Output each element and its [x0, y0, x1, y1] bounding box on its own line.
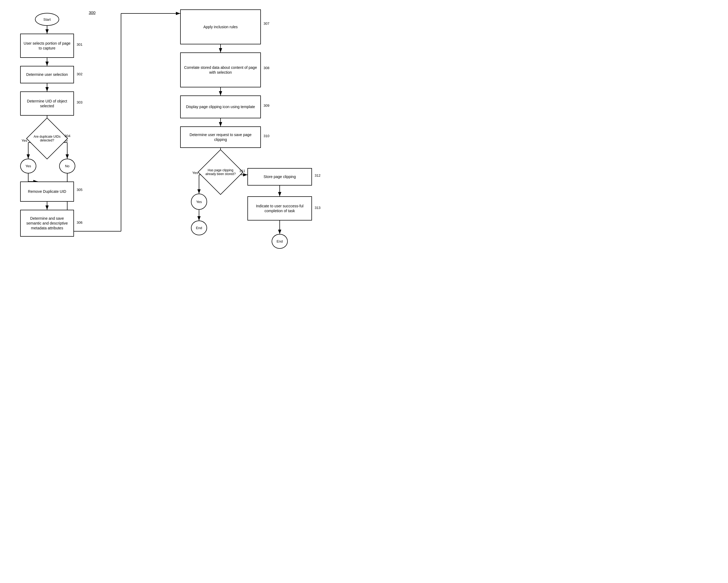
- node-311: Has page clipping already been stored?: [204, 156, 237, 188]
- yes1-node: Yes: [20, 159, 36, 174]
- ref-309: 309: [264, 104, 269, 108]
- node-301: User selects portion of page to capture: [20, 34, 74, 58]
- ref-310: 310: [264, 134, 269, 138]
- node-302: Determine user selection: [20, 66, 74, 83]
- diagram-title: 300: [89, 10, 96, 15]
- ref-313: 313: [315, 206, 320, 210]
- no1-node: No: [59, 159, 75, 174]
- start-node: Start: [35, 13, 59, 26]
- ref-308: 308: [264, 66, 269, 70]
- node-307: Apply inclusion rules: [180, 9, 261, 44]
- ref-302: 302: [77, 72, 83, 76]
- yes2-node: Yes: [191, 194, 207, 210]
- node-306: Determine and save semantic and descript…: [20, 210, 74, 237]
- ref-304: 304: [64, 134, 71, 138]
- end1-node: End: [191, 220, 207, 235]
- node-308: Correlate stored data about content of p…: [180, 52, 261, 87]
- ref-305: 305: [77, 188, 83, 192]
- node-309: Display page clipping icon using templat…: [180, 96, 261, 118]
- end2-node: End: [271, 234, 288, 249]
- node-312: Store page clipping: [248, 168, 312, 186]
- node-304: Are duplicate UIDs detected?: [32, 124, 62, 153]
- ref-303: 303: [77, 100, 83, 104]
- svg-text:Yes: Yes: [22, 138, 27, 142]
- node-310: Determine user request to save page clip…: [180, 126, 261, 148]
- node-313: Indicate to user succcess-ful completion…: [248, 196, 312, 220]
- svg-text:Yes: Yes: [192, 171, 198, 175]
- ref-307: 307: [264, 22, 269, 26]
- node-303: Determine UID of object selected: [20, 91, 74, 116]
- ref-311: 311: [239, 169, 245, 173]
- node-305: Remove Duplicate UID: [20, 182, 74, 202]
- ref-301: 301: [77, 43, 83, 47]
- ref-312: 312: [315, 174, 320, 178]
- ref-306: 306: [77, 220, 83, 224]
